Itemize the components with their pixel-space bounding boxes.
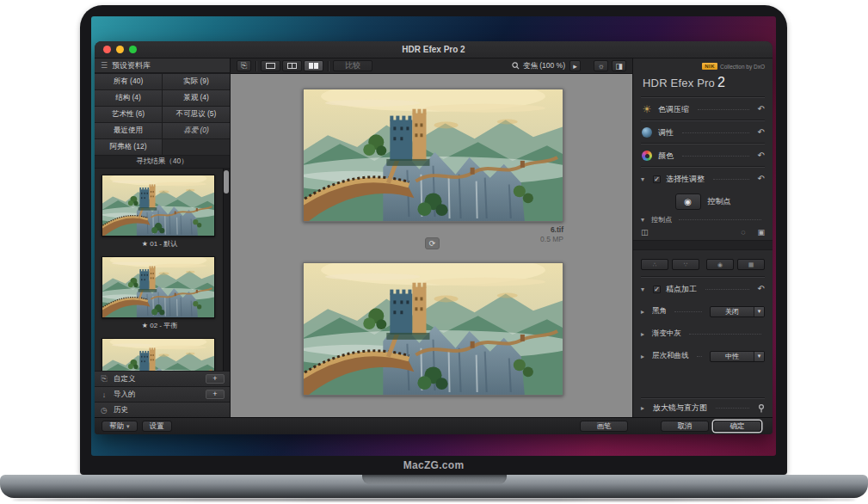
app-version: 2 — [717, 75, 725, 89]
panel-toggle-icon: ◨ — [615, 62, 623, 71]
preset-library-panel: ☰ 预设资料库 所有 (40) 实际 (9) 结构 (4) 景观 (4) 艺术性… — [95, 58, 231, 417]
category-avg[interactable]: 阿弗格 (12) — [95, 139, 162, 155]
preset-thumbnail[interactable] — [102, 338, 215, 371]
zoom-control[interactable]: 变焦 (100 %) — [512, 61, 565, 71]
collection-label: 历史 — [114, 405, 128, 415]
preset-item-02[interactable]: ★ 02 - 平衡 — [102, 256, 218, 332]
chevron-right-icon: ▸ — [641, 353, 648, 360]
chevron-down-icon[interactable]: ▾ — [641, 286, 648, 293]
collection-history[interactable]: ◷ 历史 — [95, 402, 230, 417]
after-preview-image[interactable] — [303, 262, 563, 396]
laptop-base — [0, 475, 868, 498]
control-point-tag-icon[interactable]: ◫ — [641, 228, 649, 237]
zoom-level-label: 变焦 (100 %) — [523, 61, 565, 71]
ok-button[interactable]: 确定 — [713, 421, 761, 432]
brand-row: NIK Collection by DxO — [641, 63, 765, 70]
sync-views-button[interactable]: ⟳ — [425, 237, 440, 249]
brush-button[interactable]: 画笔 — [580, 421, 628, 432]
toggle-right-panel-button[interactable]: ◨ — [612, 60, 626, 71]
preset-label[interactable]: ★ 02 - 平衡 — [102, 318, 218, 332]
selective-adjust-checkbox[interactable]: ✓ — [653, 175, 661, 183]
compare-button[interactable]: 比较 — [333, 60, 372, 71]
reset-color-button[interactable]: ↶ — [758, 151, 765, 160]
collection-label: 自定义 — [114, 374, 136, 384]
background-brightness-button[interactable]: ☼ — [594, 60, 608, 71]
vignette-row[interactable]: ▸ 黑角 关闭 ▾ — [641, 300, 765, 323]
category-realistic[interactable]: 实际 (9) — [163, 74, 230, 89]
chevron-down-icon: ▾ — [641, 216, 648, 224]
side-by-side-view-button[interactable] — [304, 60, 323, 71]
category-surreal[interactable]: 不可思议 (5) — [163, 107, 230, 122]
section-finishing[interactable]: ▾ ✓ 精点加工 ↶ — [641, 277, 765, 300]
preset-list: ★ 01 - 默认 ★ 02 - 平衡 — [95, 169, 230, 371]
duplicate-control-point-button[interactable]: ◉ — [706, 259, 734, 270]
preset-item-01[interactable]: ★ 01 - 默认 — [102, 175, 218, 250]
chevron-down-icon: ▾ — [126, 423, 130, 430]
section-tone-compression[interactable]: ☀ 色调压缩 ↶ — [641, 97, 765, 120]
app-window: HDR Efex Pro 2 ☰ 预设资料库 所有 (40) 实际 (9) 结构… — [95, 41, 773, 434]
export-settings-button[interactable]: ⎘ — [237, 60, 251, 71]
category-all[interactable]: 所有 (40) — [95, 74, 162, 89]
delete-control-point-button[interactable]: ▦ — [737, 259, 765, 270]
control-points-group-header[interactable]: ▾ 控制点 — [641, 213, 765, 225]
settings-button[interactable]: 设置 — [142, 421, 172, 432]
levels-curves-row[interactable]: ▸ 层次和曲线 中性 ▾ — [641, 345, 765, 367]
preset-scrollbar[interactable] — [223, 169, 230, 371]
section-tonality[interactable]: 调性 ↶ — [641, 120, 765, 144]
macos-wallpaper: HDR Efex Pro 2 ☰ 预设资料库 所有 (40) 实际 (9) 结构… — [91, 16, 776, 456]
collection-custom[interactable]: ⎘ 自定义 + — [95, 371, 230, 386]
collection-label: 导入的 — [114, 390, 136, 400]
add-custom-preset-button[interactable]: + — [206, 374, 225, 384]
toolbar-separator — [328, 61, 329, 71]
single-view-icon — [266, 63, 275, 69]
show-selection-icon[interactable]: ◌ — [741, 228, 745, 237]
show-mask-icon[interactable]: ▣ — [757, 228, 765, 237]
preset-label[interactable]: ★ 01 - 默认 — [102, 237, 218, 250]
section-selective-adjust[interactable]: ▾ ✓ 选择性调整 ↶ — [641, 167, 765, 190]
before-preview-image[interactable] — [303, 89, 563, 222]
help-button[interactable]: 帮助 ▾ — [102, 421, 138, 432]
toolbar-separator — [255, 61, 256, 71]
cancel-button[interactable]: 取消 — [661, 421, 709, 432]
category-landscape[interactable]: 景观 (4) — [163, 90, 230, 106]
reset-tone-compression-button[interactable]: ↶ — [758, 105, 765, 114]
scrollbar-thumb[interactable] — [224, 170, 229, 194]
preset-library-header[interactable]: ☰ 预设资料库 — [95, 58, 230, 73]
preset-categories: 所有 (40) 实际 (9) 结构 (4) 景观 (4) 艺术性 (6) 不可思… — [95, 73, 230, 156]
reset-tonality-button[interactable]: ↶ — [758, 128, 765, 137]
split-view-button[interactable] — [282, 60, 302, 71]
graduated-nd-row[interactable]: ▸ 渐变中灰 — [641, 323, 765, 345]
add-control-point-button[interactable]: ◉ — [675, 194, 701, 210]
laptop-base-notch — [362, 475, 507, 484]
collection-imported[interactable]: ↓ 导入的 + — [95, 386, 230, 402]
section-loupe-histogram[interactable]: ▸ 放大镜与直方图 — [641, 398, 765, 417]
import-preset-button[interactable]: + — [206, 390, 225, 399]
chevron-down-icon: ▾ — [754, 352, 764, 361]
ungroup-control-points-button[interactable]: ∵ — [672, 259, 699, 270]
preset-thumbnail[interactable] — [102, 175, 215, 237]
category-structure[interactable]: 结构 (4) — [95, 90, 162, 106]
category-artistic[interactable]: 艺术性 (6) — [95, 107, 162, 122]
brightness-icon: ☼ — [597, 62, 604, 71]
imported-presets-icon: ↓ — [100, 390, 108, 399]
control-point-button-label: 控制点 — [708, 196, 731, 207]
levels-curves-dropdown[interactable]: 中性 ▾ — [710, 351, 765, 362]
pin-icon[interactable] — [758, 404, 765, 413]
reset-finishing-button[interactable]: ↶ — [758, 285, 765, 293]
chevron-down-icon[interactable]: ▾ — [641, 175, 648, 183]
reset-selective-adjust-button[interactable]: ↶ — [758, 175, 765, 183]
vignette-dropdown[interactable]: 关闭 ▾ — [710, 306, 765, 317]
single-view-button[interactable] — [261, 60, 280, 71]
grid-icon: ▦ — [748, 261, 754, 268]
category-favorites[interactable]: 喜爱 (0) — [163, 123, 230, 138]
brand-tagline: Collection by DxO — [720, 64, 765, 70]
finishing-checkbox[interactable]: ✓ — [653, 286, 661, 293]
preset-item-03[interactable] — [102, 338, 218, 371]
chevron-down-icon: ▾ — [754, 307, 764, 317]
section-color[interactable]: 颜色 ↶ — [641, 144, 765, 167]
control-point-icon: ◉ — [684, 197, 692, 206]
preset-thumbnail[interactable] — [102, 256, 215, 318]
group-control-points-button[interactable]: ∴ — [641, 259, 668, 270]
zoom-menu-button[interactable]: ▸ — [569, 60, 581, 71]
category-recent[interactable]: 最近使用 — [95, 123, 162, 138]
